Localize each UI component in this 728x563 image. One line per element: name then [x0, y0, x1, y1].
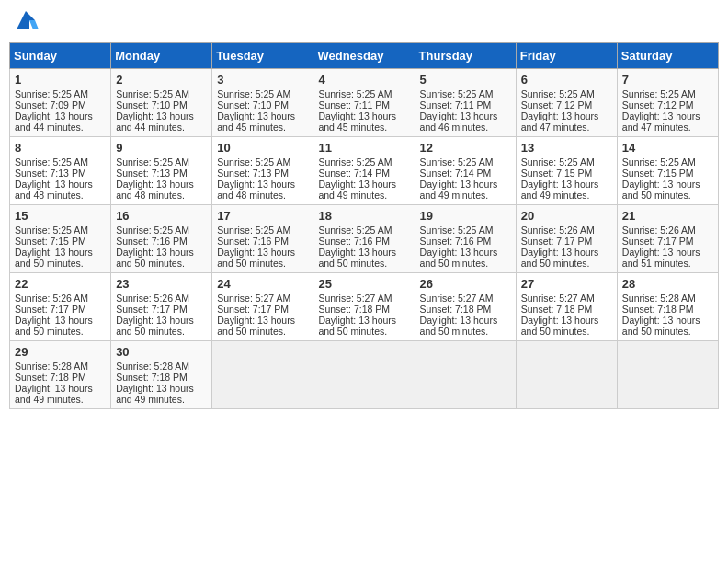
sunset-label: Sunset: 7:12 PM [622, 99, 694, 110]
week-row-2: 8 Sunrise: 5:25 AM Sunset: 7:13 PM Dayli… [10, 137, 719, 205]
sunrise-label: Sunrise: 5:28 AM [15, 361, 88, 372]
sunset-label: Sunset: 7:14 PM [318, 167, 390, 178]
calendar-cell: 28 Sunrise: 5:28 AM Sunset: 7:18 PM Dayl… [617, 273, 718, 341]
calendar-cell: 23 Sunrise: 5:26 AM Sunset: 7:17 PM Dayl… [111, 273, 212, 341]
daylight-value: and 50 minutes. [622, 190, 691, 201]
daylight-label: Daylight: 13 hours [15, 383, 93, 394]
sunrise-label: Sunrise: 5:27 AM [318, 293, 392, 304]
day-header-wednesday: Wednesday [313, 43, 415, 69]
sunset-label: Sunset: 7:16 PM [318, 236, 390, 247]
sunset-label: Sunset: 7:11 PM [318, 99, 390, 110]
sunset-label: Sunset: 7:13 PM [15, 167, 86, 178]
calendar-cell: 16 Sunrise: 5:25 AM Sunset: 7:16 PM Dayl… [111, 205, 212, 273]
day-number: 6 [521, 73, 612, 86]
sunset-label: Sunset: 7:17 PM [116, 304, 188, 315]
daylight-value: and 44 minutes. [15, 121, 84, 132]
daylight-value: and 46 minutes. [420, 121, 489, 132]
daylight-value: and 47 minutes. [521, 121, 590, 132]
sunrise-label: Sunrise: 5:26 AM [15, 293, 88, 304]
daylight-label: Daylight: 13 hours [116, 315, 194, 326]
daylight-value: and 50 minutes. [217, 326, 286, 337]
calendar-cell: 2 Sunrise: 5:25 AM Sunset: 7:10 PM Dayli… [111, 69, 212, 137]
sunset-label: Sunset: 7:17 PM [217, 304, 289, 315]
daylight-label: Daylight: 13 hours [217, 178, 295, 190]
calendar-cell: 24 Sunrise: 5:27 AM Sunset: 7:17 PM Dayl… [212, 273, 313, 341]
sunrise-label: Sunrise: 5:27 AM [521, 293, 595, 304]
daylight-value: and 48 minutes. [217, 190, 286, 201]
sunrise-label: Sunrise: 5:25 AM [15, 88, 88, 99]
day-header-sunday: Sunday [10, 43, 111, 69]
calendar-cell: 20 Sunrise: 5:26 AM Sunset: 7:17 PM Dayl… [516, 205, 617, 273]
sunrise-label: Sunrise: 5:25 AM [217, 88, 290, 99]
daylight-label: Daylight: 13 hours [622, 110, 700, 121]
sunrise-label: Sunrise: 5:27 AM [420, 293, 494, 304]
daylight-label: Daylight: 13 hours [15, 178, 93, 190]
day-number: 9 [116, 141, 207, 155]
day-number: 29 [15, 345, 106, 359]
calendar-cell: 13 Sunrise: 5:25 AM Sunset: 7:15 PM Dayl… [516, 137, 617, 205]
daylight-value: and 51 minutes. [622, 258, 691, 269]
sunrise-label: Sunrise: 5:25 AM [318, 88, 392, 99]
sunset-label: Sunset: 7:16 PM [420, 236, 492, 247]
day-number: 3 [217, 73, 308, 86]
sunset-label: Sunset: 7:15 PM [521, 167, 593, 178]
sunset-label: Sunset: 7:13 PM [116, 167, 188, 178]
day-header-monday: Monday [111, 43, 212, 69]
daylight-value: and 48 minutes. [116, 190, 185, 201]
sunrise-label: Sunrise: 5:27 AM [217, 293, 290, 304]
day-number: 24 [217, 277, 308, 291]
sunrise-label: Sunrise: 5:25 AM [622, 156, 696, 167]
daylight-value: and 50 minutes. [420, 326, 489, 337]
logo [9, 9, 39, 35]
sunrise-label: Sunrise: 5:25 AM [420, 224, 494, 236]
daylight-label: Daylight: 13 hours [420, 110, 498, 121]
day-header-friday: Friday [516, 43, 617, 69]
day-number: 8 [15, 141, 106, 155]
daylight-label: Daylight: 13 hours [622, 178, 700, 190]
sunset-label: Sunset: 7:15 PM [622, 167, 694, 178]
calendar-cell: 12 Sunrise: 5:25 AM Sunset: 7:14 PM Dayl… [415, 137, 516, 205]
daylight-label: Daylight: 13 hours [15, 247, 93, 258]
sunset-label: Sunset: 7:15 PM [15, 236, 86, 247]
daylight-label: Daylight: 13 hours [521, 178, 599, 190]
sunrise-label: Sunrise: 5:26 AM [521, 224, 595, 236]
sunset-label: Sunset: 7:18 PM [420, 304, 492, 315]
day-number: 21 [622, 209, 713, 223]
calendar-cell [313, 341, 415, 409]
calendar-cell: 25 Sunrise: 5:27 AM Sunset: 7:18 PM Dayl… [313, 273, 415, 341]
page: SundayMondayTuesdayWednesdayThursdayFrid… [9, 9, 719, 409]
day-number: 25 [318, 277, 409, 291]
daylight-label: Daylight: 13 hours [521, 110, 599, 121]
sunset-label: Sunset: 7:18 PM [622, 304, 694, 315]
calendar-cell: 19 Sunrise: 5:25 AM Sunset: 7:16 PM Dayl… [415, 205, 516, 273]
calendar-cell: 29 Sunrise: 5:28 AM Sunset: 7:18 PM Dayl… [10, 341, 111, 409]
calendar-table: SundayMondayTuesdayWednesdayThursdayFrid… [9, 42, 719, 409]
daylight-label: Daylight: 13 hours [15, 315, 93, 326]
calendar-cell: 30 Sunrise: 5:28 AM Sunset: 7:18 PM Dayl… [111, 341, 212, 409]
day-number: 13 [521, 141, 612, 155]
calendar-cell: 3 Sunrise: 5:25 AM Sunset: 7:10 PM Dayli… [212, 69, 313, 137]
day-number: 14 [622, 141, 713, 155]
calendar-cell: 21 Sunrise: 5:26 AM Sunset: 7:17 PM Dayl… [617, 205, 718, 273]
day-number: 22 [15, 277, 106, 291]
daylight-value: and 50 minutes. [521, 258, 590, 269]
sunset-label: Sunset: 7:17 PM [521, 236, 593, 247]
sunset-label: Sunset: 7:18 PM [15, 372, 86, 383]
calendar-cell [617, 341, 718, 409]
calendar-cell: 27 Sunrise: 5:27 AM Sunset: 7:18 PM Dayl… [516, 273, 617, 341]
daylight-label: Daylight: 13 hours [420, 315, 498, 326]
calendar-cell: 26 Sunrise: 5:27 AM Sunset: 7:18 PM Dayl… [415, 273, 516, 341]
day-number: 7 [622, 73, 713, 86]
sunset-label: Sunset: 7:14 PM [420, 167, 492, 178]
daylight-value: and 50 minutes. [116, 258, 185, 269]
day-number: 15 [15, 209, 106, 223]
day-number: 1 [15, 73, 106, 86]
daylight-label: Daylight: 13 hours [521, 247, 599, 258]
sunset-label: Sunset: 7:10 PM [217, 99, 289, 110]
daylight-value: and 50 minutes. [116, 326, 185, 337]
day-number: 20 [521, 209, 612, 223]
sunset-label: Sunset: 7:11 PM [420, 99, 492, 110]
sunrise-label: Sunrise: 5:25 AM [622, 88, 696, 99]
calendar-cell: 11 Sunrise: 5:25 AM Sunset: 7:14 PM Dayl… [313, 137, 415, 205]
calendar-cell [415, 341, 516, 409]
